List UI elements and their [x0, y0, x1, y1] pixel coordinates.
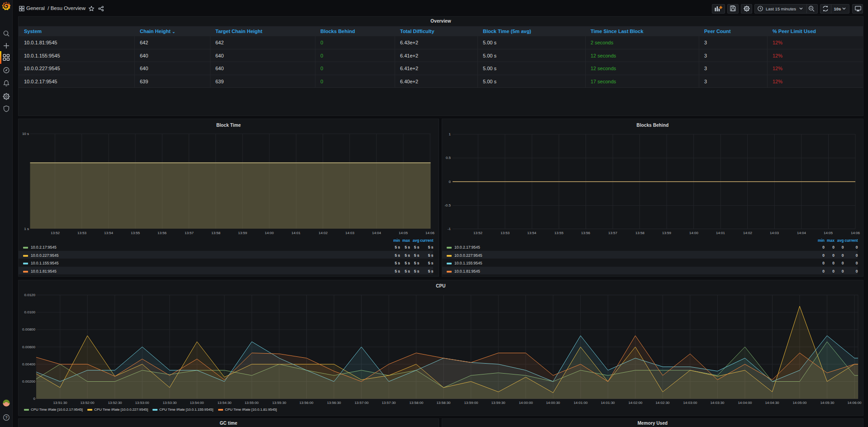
svg-text:?: ?: [5, 415, 7, 420]
